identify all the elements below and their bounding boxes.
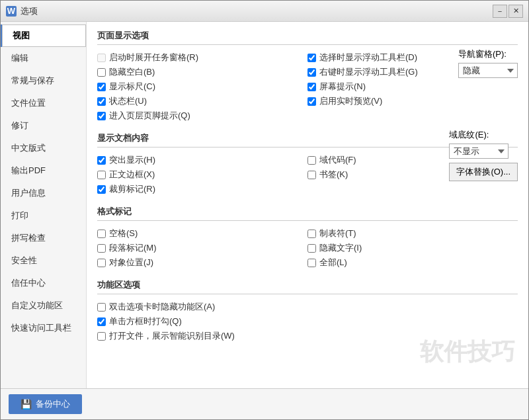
checkbox-smart-dir-label: 打开文件，展示智能识别目录(W) xyxy=(109,330,235,342)
checkbox-floattool-select[interactable] xyxy=(307,54,316,62)
checkbox-cropmark-label: 裁剪标记(R) xyxy=(109,183,155,195)
nav-panel-group: 导航窗格(P): 隐藏 显示 xyxy=(458,48,518,78)
font-replace-button[interactable]: 字体替换(O)... xyxy=(449,163,518,181)
checkbox-hidespace-label: 隐藏空白(B) xyxy=(109,66,155,78)
checkbox-row-click-check: 单击方框时打勾(Q) xyxy=(97,314,518,329)
checkbox-row-highlight: 突出显示(H) xyxy=(97,153,307,167)
checkbox-row-statusbar: 状态栏(U) xyxy=(97,94,307,108)
checkbox-row-ruler: 显示标尺(C) xyxy=(97,79,307,94)
checkbox-highlight-label: 突出显示(H) xyxy=(109,154,155,166)
checkbox-objpos-label: 对象位置(J) xyxy=(109,257,153,269)
checkbox-row-tab: 制表符(T) xyxy=(307,226,518,241)
backup-btn-label: 备份中心 xyxy=(36,398,70,410)
sidebar-item-信任中心[interactable]: 信任中心 xyxy=(1,272,86,294)
sidebar-item-快速访问工具栏[interactable]: 快速访问工具栏 xyxy=(1,317,86,339)
checkbox-screentip-label: 屏幕提示(N) xyxy=(319,81,366,93)
checkbox-row-hidespace: 隐藏空白(B) xyxy=(97,65,307,79)
checkbox-statusbar-label: 状态栏(U) xyxy=(109,95,147,107)
checkbox-bookmark-label: 书签(K) xyxy=(319,169,348,181)
checkbox-ruler[interactable] xyxy=(97,83,106,91)
checkbox-floattool-right[interactable] xyxy=(307,68,316,77)
checkbox-floattool-right-label: 右键时显示浮动工具栏(G) xyxy=(319,66,418,78)
domain-shading-select[interactable]: 不显示 始终显示 选取时显示 xyxy=(449,144,509,159)
format-marks-title: 格式标记 xyxy=(97,206,518,221)
checkbox-paragraph-label: 段落标记(M) xyxy=(109,242,157,254)
format-marks-section: 格式标记 空格(S) 段落标记(M) 对象位置(J) xyxy=(97,206,518,270)
close-button[interactable]: ✕ xyxy=(509,5,523,18)
app-icon: W xyxy=(6,6,17,17)
sidebar-item-用户信息[interactable]: 用户信息 xyxy=(1,182,86,204)
checkbox-fieldcode-label: 域代码(F) xyxy=(319,154,356,166)
checkbox-pagefooter-label: 进入页层页脚提示(Q) xyxy=(109,110,190,122)
nav-panel-label: 导航窗格(P): xyxy=(458,48,518,60)
sidebar-item-视图[interactable]: 视图 xyxy=(1,24,86,47)
checkbox-all[interactable] xyxy=(307,259,316,267)
checkbox-row-screentip: 屏幕提示(N) xyxy=(307,79,518,94)
checkbox-hidespace[interactable] xyxy=(97,68,106,77)
checkbox-space-label: 空格(S) xyxy=(109,228,138,239)
sidebar-item-编辑[interactable]: 编辑 xyxy=(1,47,86,69)
format-col1: 空格(S) 段落标记(M) 对象位置(J) xyxy=(97,226,307,270)
sidebar-item-中文版式[interactable]: 中文版式 xyxy=(1,137,86,159)
checkbox-row-objpos: 对象位置(J) xyxy=(97,255,307,270)
checkbox-fieldcode[interactable] xyxy=(307,156,316,165)
checkbox-row-all: 全部(L) xyxy=(307,255,518,270)
checkbox-cropmark[interactable] xyxy=(97,185,106,194)
doc-col1: 突出显示(H) 正文边框(X) 裁剪标记(R) xyxy=(97,153,307,196)
page-display-section: 页面显示选项 启动时展开任务窗格(R) 隐藏空白(B) xyxy=(97,30,518,123)
sidebar-item-拼写检查[interactable]: 拼写检查 xyxy=(1,227,86,249)
checkbox-space[interactable] xyxy=(97,230,106,238)
checkbox-smart-dir[interactable] xyxy=(97,332,106,341)
sidebar-item-输出PDF[interactable]: 输出PDF xyxy=(1,159,86,182)
checkbox-textborder[interactable] xyxy=(97,171,106,179)
checkbox-pagefooter[interactable] xyxy=(97,112,106,120)
sidebar-item-文件位置[interactable]: 文件位置 xyxy=(1,92,86,114)
backup-icon: 💾 xyxy=(20,399,32,409)
checkbox-row-startup: 启动时展开任务窗格(R) xyxy=(97,50,307,65)
sidebar-item-安全性[interactable]: 安全性 xyxy=(1,249,86,272)
sidebar-item-常规与保存[interactable]: 常规与保存 xyxy=(1,69,86,92)
checkbox-click-check[interactable] xyxy=(97,317,106,326)
checkbox-row-cropmark: 裁剪标记(R) xyxy=(97,182,307,196)
checkbox-click-check-label: 单击方框时打勾(Q) xyxy=(109,315,182,327)
checkbox-paragraph[interactable] xyxy=(97,244,106,253)
checkbox-row-livepreview: 启用实时预览(V) xyxy=(307,94,518,108)
checkbox-highlight[interactable] xyxy=(97,156,106,165)
main-panel: 页面显示选项 启动时展开任务窗格(R) 隐藏空白(B) xyxy=(87,22,528,388)
checkbox-screentip[interactable] xyxy=(307,83,316,91)
sidebar: 视图 编辑 常规与保存 文件位置 修订 中文版式 输出PDF 用户信息 打印 拼… xyxy=(1,22,87,388)
checkbox-hiddentext[interactable] xyxy=(307,244,316,253)
checkbox-row-paragraph: 段落标记(M) xyxy=(97,241,307,255)
domain-shading-group: 域底纹(E): 不显示 始终显示 选取时显示 字体替换(O)... xyxy=(449,129,518,181)
checkbox-row-pagefooter: 进入页层页脚提示(Q) xyxy=(97,108,307,123)
func-area-title: 功能区选项 xyxy=(97,279,518,294)
func-area-section: 功能区选项 双击选项卡时隐藏功能区(A) 单击方框时打勾(Q) 打开文件，展示智… xyxy=(97,279,518,343)
title-bar: W 选项 − ✕ xyxy=(1,1,528,22)
checkbox-livepreview[interactable] xyxy=(307,97,316,106)
sidebar-item-自定义功能区[interactable]: 自定义功能区 xyxy=(1,294,86,317)
page-display-col1: 启动时展开任务窗格(R) 隐藏空白(B) 显示标尺(C) 状态栏(U) xyxy=(97,50,307,123)
checkbox-statusbar[interactable] xyxy=(97,97,106,106)
checkbox-tab[interactable] xyxy=(307,230,316,238)
checkbox-row-space: 空格(S) xyxy=(97,226,307,241)
main-content: 视图 编辑 常规与保存 文件位置 修订 中文版式 输出PDF 用户信息 打印 拼… xyxy=(1,22,528,388)
checkbox-bookmark[interactable] xyxy=(307,171,316,179)
checkbox-row-smart-dir: 打开文件，展示智能识别目录(W) xyxy=(97,329,518,343)
footer: 💾 备份中心 xyxy=(1,388,528,419)
window-title: 选项 xyxy=(20,5,38,17)
minimize-button[interactable]: − xyxy=(493,5,507,18)
sidebar-item-打印[interactable]: 打印 xyxy=(1,204,86,227)
nav-panel-select[interactable]: 隐藏 显示 xyxy=(458,63,518,78)
checkbox-ruler-label: 显示标尺(C) xyxy=(109,81,155,93)
title-controls: − ✕ xyxy=(493,5,523,18)
checkbox-objpos[interactable] xyxy=(97,259,106,267)
checkbox-floattool-select-label: 选择时显示浮动工具栏(D) xyxy=(319,52,417,63)
checkbox-tab-label: 制表符(T) xyxy=(319,228,356,239)
title-bar-left: W 选项 xyxy=(6,5,38,17)
checkbox-hide-ribbon[interactable] xyxy=(97,303,106,312)
backup-center-button[interactable]: 💾 备份中心 xyxy=(9,394,82,414)
checkbox-startup[interactable] xyxy=(97,54,106,62)
format-col2: 制表符(T) 隐藏文字(I) 全部(L) xyxy=(307,226,518,270)
options-window: W 选项 − ✕ 视图 编辑 常规与保存 文件位置 修订 中文版式 输出PDF … xyxy=(0,0,529,420)
sidebar-item-修订[interactable]: 修订 xyxy=(1,114,86,137)
